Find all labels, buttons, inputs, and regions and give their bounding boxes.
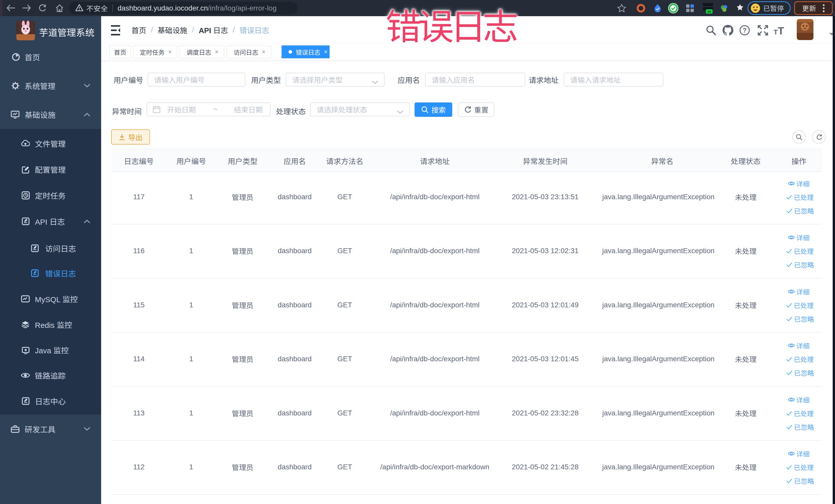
- svg-text:?: ?: [743, 27, 747, 34]
- svg-text:on: on: [708, 10, 711, 13]
